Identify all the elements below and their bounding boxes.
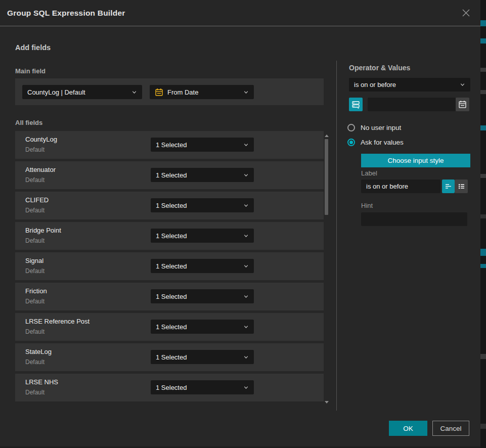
radio-icon <box>347 139 355 146</box>
field-name: Friction <box>25 287 47 295</box>
list-style-icon[interactable] <box>455 180 468 193</box>
field-row: Bridge Point Default 1 Selected <box>15 222 324 250</box>
field-selection-select[interactable]: 1 Selected <box>151 320 254 334</box>
field-subtitle: Default <box>25 298 45 305</box>
panel-divider <box>336 61 337 411</box>
operator-values-heading: Operator & Values <box>349 64 410 72</box>
chevron-down-icon <box>131 89 137 95</box>
value-source-button[interactable] <box>349 98 363 111</box>
background-fragment <box>480 90 486 94</box>
chevron-down-icon <box>243 294 249 299</box>
field-row: LRSE Reference Post Default 1 Selected <box>15 313 324 341</box>
radio-ask-for-values[interactable]: Ask for values <box>347 139 404 146</box>
label-field-label: Label <box>361 169 377 177</box>
background-fragment <box>480 424 486 429</box>
background-fragment <box>480 38 486 43</box>
field-selection-select[interactable]: 1 Selected <box>151 350 254 364</box>
background-fragment <box>480 354 486 359</box>
radio-label: Ask for values <box>361 139 404 146</box>
chevron-down-icon <box>243 385 249 390</box>
field-name: CountyLog <box>25 136 57 143</box>
field-subtitle: Default <box>25 359 45 366</box>
field-row: Friction Default 1 Selected <box>15 283 324 310</box>
field-name: Attenuator <box>25 166 56 173</box>
main-field-select[interactable]: From Date <box>150 85 254 99</box>
field-selection-value: 1 Selected <box>156 323 240 331</box>
field-name: CLIFED <box>25 196 49 204</box>
hint-field-label: Hint <box>361 202 373 209</box>
background-fragment <box>480 20 486 26</box>
field-row: StateLog Default 1 Selected <box>15 343 324 371</box>
background-fragment <box>480 68 486 72</box>
ok-button[interactable]: OK <box>389 421 427 436</box>
field-selection-value: 1 Selected <box>156 141 240 149</box>
field-selection-value: 1 Selected <box>156 262 240 270</box>
background-fragment <box>480 125 486 130</box>
field-subtitle: Default <box>25 389 45 396</box>
scrollbar-thumb[interactable] <box>325 139 328 215</box>
field-name: Signal <box>25 257 43 264</box>
field-selection-value: 1 Selected <box>156 293 240 300</box>
cancel-button[interactable]: Cancel <box>432 421 469 436</box>
operator-select-value: is on or before <box>354 81 457 88</box>
layer-select[interactable]: CountyLog | Default <box>22 85 142 99</box>
value-entry-row <box>349 98 470 111</box>
choose-input-style-button[interactable]: Choose input style <box>361 154 470 167</box>
chevron-down-icon <box>243 89 249 95</box>
chevron-down-icon <box>243 324 249 330</box>
field-name: StateLog <box>25 348 52 355</box>
field-selection-value: 1 Selected <box>156 202 240 209</box>
background-fragment <box>480 214 486 218</box>
field-subtitle: Default <box>25 207 45 214</box>
single-value-style-icon[interactable] <box>442 180 455 193</box>
field-subtitle: Default <box>25 267 45 275</box>
background-app-strip <box>480 0 486 448</box>
chevron-down-icon <box>243 203 249 208</box>
field-selection-value: 1 Selected <box>156 232 240 240</box>
all-fields-list: CountyLog Default 1 Selected Attenuator … <box>15 131 324 404</box>
label-input[interactable] <box>361 180 440 193</box>
chevron-down-icon <box>243 172 249 178</box>
field-selection-select[interactable]: 1 Selected <box>151 380 254 394</box>
background-fragment <box>480 249 486 256</box>
scroll-down-icon[interactable] <box>325 401 329 404</box>
field-name: Bridge Point <box>25 227 61 234</box>
field-row: Signal Default 1 Selected <box>15 252 324 280</box>
field-subtitle: Default <box>25 237 45 244</box>
field-selection-select[interactable]: 1 Selected <box>151 259 254 273</box>
operator-select[interactable]: is on or before <box>349 78 470 92</box>
chevron-down-icon <box>460 82 465 87</box>
background-fragment <box>480 264 486 268</box>
field-name: LRSE Reference Post <box>25 318 90 325</box>
field-selection-select[interactable]: 1 Selected <box>151 168 254 182</box>
main-field-panel: CountyLog | Default From Date <box>15 78 324 105</box>
value-input[interactable] <box>368 98 456 111</box>
hint-input[interactable] <box>361 212 467 226</box>
dialog-titlebar: Group SQL Expression Builder <box>0 0 480 26</box>
field-subtitle: Default <box>25 146 45 153</box>
field-selection-value: 1 Selected <box>156 171 240 179</box>
scroll-up-icon[interactable] <box>325 135 329 137</box>
radio-label: No user input <box>361 124 401 131</box>
field-row: Attenuator Default 1 Selected <box>15 161 324 189</box>
background-fragment <box>480 174 486 178</box>
field-selection-select[interactable]: 1 Selected <box>151 289 254 303</box>
main-field-label: Main field <box>15 67 46 75</box>
close-icon[interactable] <box>459 7 472 20</box>
calendar-icon <box>155 88 163 97</box>
dialog-title: Group SQL Expression Builder <box>7 9 125 18</box>
field-subtitle: Default <box>25 328 45 335</box>
field-subtitle: Default <box>25 176 45 184</box>
field-selection-select[interactable]: 1 Selected <box>151 229 254 243</box>
field-selection-select[interactable]: 1 Selected <box>151 138 254 152</box>
list-scrollbar[interactable] <box>324 133 329 404</box>
radio-no-user-input[interactable]: No user input <box>347 124 401 131</box>
field-selection-value: 1 Selected <box>156 353 240 361</box>
field-selection-select[interactable]: 1 Selected <box>151 198 254 212</box>
date-picker-button[interactable] <box>456 98 469 111</box>
field-selection-value: 1 Selected <box>156 384 240 391</box>
field-row: LRSE NHS Default 1 Selected <box>15 374 324 401</box>
chevron-down-icon <box>243 263 249 269</box>
radio-icon <box>347 124 355 131</box>
field-row: CLIFED Default 1 Selected <box>15 192 324 219</box>
